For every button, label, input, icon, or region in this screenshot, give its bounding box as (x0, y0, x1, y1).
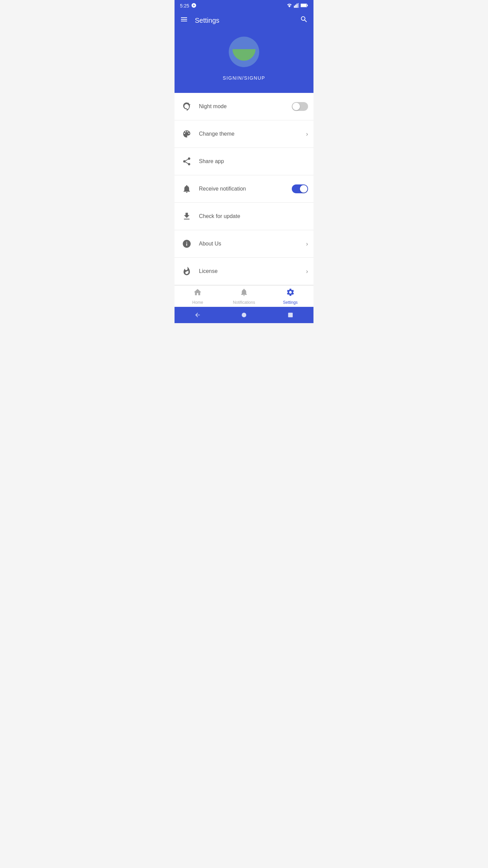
notifications-nav-label: Notifications (233, 300, 255, 305)
system-nav-bar (175, 307, 313, 323)
receive-notification-label: Receive notification (199, 186, 292, 192)
settings-item-license[interactable]: License › (175, 258, 313, 285)
profile-header: SIGNIN/SIGNUP (175, 30, 313, 93)
status-time: 5:25 (180, 3, 189, 8)
night-mode-switch[interactable] (292, 102, 308, 111)
nav-item-home[interactable]: Home (175, 285, 221, 308)
svg-rect-2 (297, 3, 298, 7)
change-theme-label: Change theme (199, 131, 306, 137)
svg-rect-10 (288, 313, 293, 317)
check-update-label: Check for update (199, 213, 308, 219)
settings-nav-label: Settings (283, 300, 298, 305)
back-button[interactable] (191, 309, 204, 321)
avatar-shape (232, 49, 256, 61)
info-icon (180, 237, 194, 251)
chevron-right-icon: › (306, 268, 308, 275)
settings-list: Night mode Change theme › Share app (175, 93, 313, 285)
svg-rect-5 (301, 4, 307, 7)
svg-rect-0 (294, 5, 295, 7)
svg-rect-6 (307, 4, 308, 6)
notification-dot-icon (191, 3, 197, 9)
notifications-icon (240, 288, 248, 299)
svg-point-7 (188, 103, 189, 104)
about-us-chevron: › (306, 240, 308, 248)
recent-button[interactable] (284, 309, 297, 321)
chevron-right-icon: › (306, 131, 308, 138)
avatar[interactable] (229, 37, 259, 67)
bottom-navigation: Home Notifications Settings (175, 285, 313, 307)
settings-item-about-us[interactable]: About Us › (175, 230, 313, 258)
share-app-label: Share app (199, 158, 308, 164)
palette-icon (180, 127, 194, 141)
receive-notification-toggle[interactable] (292, 184, 308, 193)
search-icon[interactable] (300, 15, 308, 25)
nav-item-settings[interactable]: Settings (267, 285, 313, 308)
night-mode-label: Night mode (199, 103, 292, 110)
home-nav-label: Home (192, 300, 203, 305)
toggle-knob-on (300, 185, 307, 193)
receive-notification-switch[interactable] (292, 184, 308, 193)
signal-icon (294, 3, 299, 9)
status-bar: 5:25 (175, 0, 313, 11)
svg-rect-1 (295, 4, 296, 7)
night-mode-icon (180, 100, 194, 113)
toggle-knob (292, 103, 300, 110)
status-right (286, 3, 308, 9)
top-bar: Settings (175, 11, 313, 30)
license-label: License (199, 268, 306, 274)
settings-icon (286, 288, 295, 299)
settings-item-receive-notification[interactable]: Receive notification (175, 175, 313, 203)
about-us-label: About Us (199, 241, 306, 247)
wifi-icon (286, 3, 292, 9)
nav-item-notifications[interactable]: Notifications (221, 285, 267, 308)
svg-point-8 (189, 104, 190, 105)
settings-item-change-theme[interactable]: Change theme › (175, 120, 313, 148)
download-icon (180, 210, 194, 223)
battery-icon (301, 3, 308, 9)
change-theme-chevron: › (306, 131, 308, 138)
flame-icon (180, 264, 194, 278)
svg-rect-3 (298, 3, 299, 8)
home-button[interactable] (238, 309, 250, 321)
bell-active-icon (180, 182, 194, 196)
night-mode-toggle[interactable] (292, 102, 308, 111)
signin-button[interactable]: SIGNIN/SIGNUP (223, 75, 265, 81)
status-left: 5:25 (180, 3, 197, 9)
home-icon (193, 288, 202, 299)
settings-item-check-update[interactable]: Check for update (175, 203, 313, 230)
license-chevron: › (306, 268, 308, 275)
settings-item-share-app[interactable]: Share app (175, 148, 313, 175)
chevron-right-icon: › (306, 240, 308, 248)
settings-item-night-mode[interactable]: Night mode (175, 93, 313, 120)
page-title: Settings (195, 17, 300, 24)
share-icon (180, 155, 194, 168)
hamburger-icon[interactable] (180, 15, 188, 25)
svg-point-9 (242, 313, 246, 317)
